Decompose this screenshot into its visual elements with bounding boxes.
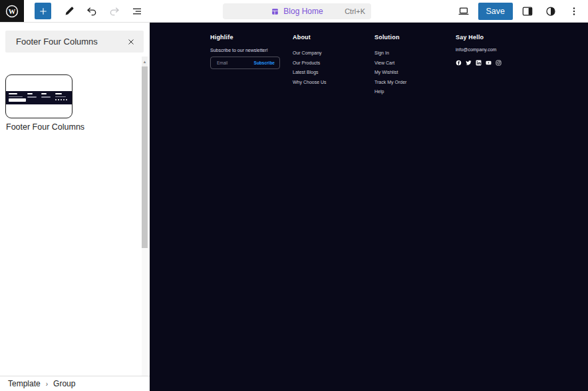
- youtube-icon[interactable]: [486, 60, 492, 66]
- footer-link[interactable]: Latest Blogs: [293, 68, 374, 78]
- tools-button[interactable]: [61, 3, 78, 20]
- template-layout-icon: [271, 7, 279, 16]
- undo-icon: [86, 5, 98, 17]
- contrast-icon: [544, 5, 557, 18]
- pattern-search-box[interactable]: [5, 31, 144, 53]
- redo-icon: [108, 5, 120, 17]
- footer-column-brand: Highlife Subscribe to our newsletter! Su…: [210, 34, 293, 97]
- twitter-icon[interactable]: [466, 60, 472, 66]
- laptop-icon: [457, 5, 470, 18]
- options-menu-button[interactable]: [565, 3, 583, 20]
- social-links: [456, 60, 502, 66]
- save-button[interactable]: Save: [478, 3, 514, 20]
- newsletter-text: Subscribe to our newsletter!: [210, 48, 293, 53]
- newsletter-form: Subscribe: [210, 57, 280, 69]
- breadcrumb: Template › Group: [0, 376, 150, 391]
- command-bar-label: Blog Home: [283, 7, 323, 16]
- pattern-card-footer-four-columns[interactable]: [5, 74, 73, 118]
- patterns-sidebar: Footer Four Columns ▲: [0, 23, 150, 376]
- drawer-right-icon: [521, 5, 534, 18]
- chevron-right-icon: ›: [46, 380, 48, 388]
- list-view-icon: [131, 5, 143, 17]
- block-inserter-button[interactable]: [35, 3, 51, 19]
- footer-link[interactable]: Our Company: [293, 49, 374, 59]
- footer-column-solution: Solution Sign In View Cart My Wishlist T…: [374, 34, 456, 97]
- footer-column-contact: Say Hello info@company.com: [456, 34, 502, 97]
- pattern-search-input[interactable]: [15, 36, 124, 47]
- preview-desktop-button[interactable]: [455, 3, 472, 20]
- footer-column-about: About Our Company Our Products Latest Bl…: [293, 34, 374, 97]
- plus-icon: [39, 7, 48, 16]
- footer-four-columns-block: Highlife Subscribe to our newsletter! Su…: [210, 34, 502, 97]
- footer-about-title: About: [293, 34, 374, 41]
- subscribe-button[interactable]: Subscribe: [254, 61, 275, 65]
- instagram-icon[interactable]: [496, 60, 502, 66]
- wordpress-icon: W: [5, 4, 19, 19]
- scrollbar-thumb[interactable]: [142, 66, 148, 248]
- facebook-icon[interactable]: [456, 60, 462, 66]
- pattern-preview: [6, 91, 72, 104]
- pattern-label: Footer Four Columns: [6, 122, 84, 132]
- styles-button[interactable]: [542, 3, 559, 20]
- contact-email[interactable]: info@company.com: [456, 47, 502, 52]
- command-bar[interactable]: Blog Home Ctrl+K: [223, 3, 371, 19]
- footer-brand-title: Highlife: [210, 34, 293, 41]
- footer-link[interactable]: Why Choose Us: [293, 78, 374, 88]
- settings-sidebar-toggle[interactable]: [519, 3, 536, 20]
- clear-search-button[interactable]: [124, 35, 138, 49]
- breadcrumb-template[interactable]: Template: [8, 379, 41, 388]
- scroll-up-arrow[interactable]: ▲: [142, 57, 148, 66]
- footer-contact-title: Say Hello: [456, 34, 502, 41]
- breadcrumb-group[interactable]: Group: [53, 379, 75, 388]
- footer-link[interactable]: Help: [374, 87, 456, 97]
- wordpress-logo-button[interactable]: W: [0, 0, 24, 22]
- command-bar-shortcut: Ctrl+K: [345, 7, 365, 15]
- undo-button[interactable]: [83, 3, 100, 20]
- topbar-right-group: Save: [455, 0, 583, 23]
- newsletter-email-input[interactable]: [216, 60, 253, 66]
- sidebar-scrollbar[interactable]: ▲: [142, 57, 148, 376]
- footer-link[interactable]: Our Products: [293, 59, 374, 68]
- kebab-menu-icon: [568, 5, 580, 17]
- footer-link[interactable]: Track My Order: [374, 78, 456, 88]
- redo-button[interactable]: [106, 3, 123, 20]
- svg-text:W: W: [9, 7, 16, 15]
- close-icon: [126, 37, 136, 47]
- pencil-icon: [63, 5, 75, 17]
- footer-link[interactable]: My Wishlist: [374, 68, 456, 78]
- linkedin-icon[interactable]: [476, 60, 482, 66]
- document-overview-button[interactable]: [128, 3, 146, 20]
- footer-link[interactable]: View Cart: [374, 59, 456, 68]
- footer-link[interactable]: Sign In: [374, 49, 456, 59]
- editor-topbar: W Blog Hom: [0, 0, 588, 23]
- editor-canvas: Highlife Subscribe to our newsletter! Su…: [150, 23, 588, 391]
- footer-solution-title: Solution: [374, 34, 456, 41]
